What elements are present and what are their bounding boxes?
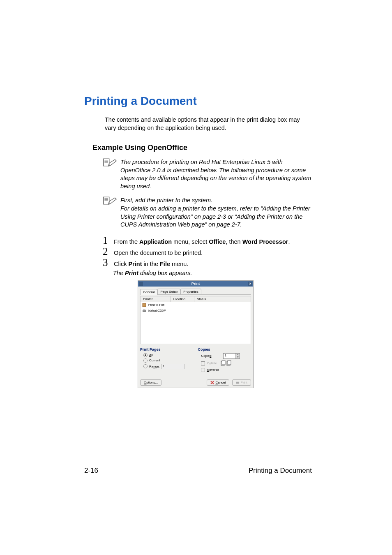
svg-rect-8	[143, 303, 146, 307]
print-button[interactable]: Print	[232, 379, 251, 386]
footer-label: Printing a Document	[249, 467, 312, 475]
printer-list-header: Printer Location Status	[141, 296, 251, 302]
note-text-1: The procedure for printing on Red Hat En…	[120, 158, 312, 190]
print-icon	[236, 381, 240, 384]
option-reverse[interactable]: Reverse	[201, 368, 251, 372]
note-icon	[103, 157, 117, 167]
radio-icon[interactable]	[143, 364, 148, 368]
copies-header: Copies	[198, 347, 251, 352]
copies-row: Copies: 1 ▲ ▼	[201, 353, 251, 359]
printer-icon	[142, 309, 146, 313]
step-2: 2 Open the document to be printed.	[103, 246, 312, 257]
step-text: Click Print in the File menu.	[114, 261, 188, 268]
printer-list[interactable]: Printer Location Status Print to File bi…	[140, 296, 251, 344]
cancel-button[interactable]: Cancel	[207, 379, 229, 386]
file-icon	[142, 303, 146, 307]
option-all[interactable]: All	[143, 353, 194, 357]
dialog-title: Print	[191, 282, 200, 286]
step-1: 1 From the Application menu, select Offi…	[103, 235, 312, 246]
footer-page-number: 2-16	[84, 467, 98, 475]
step-number: 2	[103, 246, 112, 257]
dialog-tabs: General Page Setup Properties	[140, 289, 251, 295]
page-footer: 2-16 Printing a Document	[84, 464, 312, 475]
step-3: 3 Click Print in the File menu.	[103, 257, 312, 268]
printer-row-file[interactable]: Print to File	[141, 302, 251, 308]
tab-page-setup[interactable]: Page Setup	[157, 289, 180, 294]
dialog-titlebar: Print ×	[138, 281, 253, 287]
spin-down-icon[interactable]: ▼	[235, 356, 240, 358]
radio-icon[interactable]	[143, 353, 148, 357]
step-text: From the Application menu, select Office…	[114, 238, 290, 246]
step-number: 1	[103, 235, 112, 245]
menu-icon[interactable]	[139, 282, 143, 286]
column-printer[interactable]: Printer	[141, 296, 171, 302]
radio-icon[interactable]	[143, 358, 148, 363]
copies-input[interactable]: 1 ▲ ▼	[223, 353, 240, 359]
close-icon[interactable]: ×	[248, 282, 252, 286]
tab-properties[interactable]: Properties	[180, 289, 201, 294]
print-pages-header: Print Pages	[140, 347, 194, 352]
option-collate: Collate	[201, 360, 251, 367]
collate-icon	[220, 360, 232, 367]
tab-general[interactable]: General	[140, 289, 157, 295]
options-button[interactable]: Options...	[140, 379, 161, 386]
note-block-1: The procedure for printing on Red Hat En…	[103, 158, 312, 190]
checkbox-icon	[201, 361, 205, 365]
note-text-2: First, add the printer to the system. Fo…	[120, 197, 312, 229]
column-location[interactable]: Location	[171, 296, 194, 302]
note-icon	[103, 196, 117, 206]
step-number: 3	[103, 257, 112, 268]
step-result: The Print dialog box appears.	[113, 270, 312, 276]
column-status[interactable]: Status	[194, 296, 251, 302]
cancel-icon	[210, 381, 214, 384]
svg-rect-12	[222, 361, 225, 365]
step-text: Open the document to be printed.	[114, 250, 203, 257]
section-heading: Example Using OpenOffice	[92, 143, 312, 152]
page-title: Printing a Document	[84, 95, 312, 108]
option-current[interactable]: Current	[143, 358, 194, 363]
svg-rect-17	[236, 382, 239, 384]
range-input[interactable]: 1	[161, 364, 184, 369]
svg-rect-10	[143, 309, 145, 310]
printer-row-device[interactable]: bizhubC35P	[141, 308, 251, 314]
option-range[interactable]: Range: 1	[143, 364, 194, 369]
checkbox-icon[interactable]	[201, 368, 205, 372]
intro-paragraph: The contents and available options that …	[105, 116, 312, 132]
note-block-2: First, add the printer to the system. Fo…	[103, 197, 312, 229]
print-dialog: Print × General Page Setup Properties Pr…	[138, 280, 254, 388]
svg-rect-14	[228, 361, 231, 365]
